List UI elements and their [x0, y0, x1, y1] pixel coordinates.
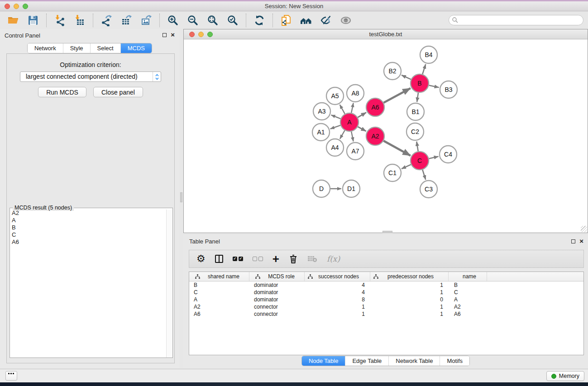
- birds-eye-view-icon[interactable]: [339, 14, 353, 27]
- graph-node-A5[interactable]: A5: [326, 87, 344, 105]
- table-row[interactable]: A2connector11A2: [189, 303, 583, 310]
- graph-node-A2[interactable]: A2: [366, 127, 384, 145]
- control-tab-mcds[interactable]: MCDS: [120, 43, 152, 53]
- table-settings-icon[interactable]: ⚙: [196, 253, 206, 265]
- criterion-dropdown[interactable]: largest connected component (directed): [20, 71, 161, 82]
- float-table-panel-icon[interactable]: [571, 239, 575, 243]
- hide-graphics-details-icon[interactable]: [319, 14, 333, 27]
- horizontal-splitter-handle[interactable]: [382, 231, 392, 233]
- control-tab-style[interactable]: Style: [63, 43, 90, 53]
- graph-node-C3[interactable]: C3: [420, 181, 437, 198]
- mcds-result-item[interactable]: A: [10, 217, 166, 224]
- export-table-icon[interactable]: [120, 14, 133, 27]
- graph-edge-A-A4[interactable]: [340, 130, 345, 139]
- graph-node-A7[interactable]: A7: [347, 143, 364, 160]
- graph-edge-A-A5[interactable]: [340, 105, 345, 114]
- vertical-splitter-handle[interactable]: [180, 192, 182, 202]
- graph-node-C2[interactable]: C2: [406, 123, 424, 140]
- graph-edge-A2-C[interactable]: [383, 141, 410, 156]
- control-tab-network[interactable]: Network: [28, 43, 63, 53]
- table-tab-motifs[interactable]: Motifs: [440, 356, 469, 366]
- graph-edge-A-A7[interactable]: [351, 132, 353, 142]
- graph-node-A3[interactable]: A3: [313, 103, 330, 120]
- zoom-window-button[interactable]: [23, 4, 28, 9]
- graph-node-B[interactable]: B: [411, 74, 429, 92]
- delete-table-icon[interactable]: [307, 253, 317, 265]
- toggle-panel-layout-icon[interactable]: [215, 253, 223, 265]
- column-header-name[interactable]: name: [449, 272, 487, 281]
- function-builder-icon[interactable]: f(x): [327, 253, 340, 265]
- network-graph[interactable]: B4B2BB3B1A5A8A6A3AA1A2C2A4A7C4CC1C3DD1: [184, 39, 588, 233]
- network-canvas[interactable]: B4B2BB3B1A5A8A6A3AA1A2C2A4A7C4CC1C3DD1: [184, 39, 588, 233]
- mcds-result-item[interactable]: A6: [10, 238, 166, 246]
- table-tab-network-table[interactable]: Network Table: [388, 356, 440, 366]
- graph-node-B3[interactable]: B3: [440, 81, 457, 98]
- new-network-from-file-icon[interactable]: [279, 14, 293, 27]
- home-icon[interactable]: [299, 14, 313, 27]
- column-header-shared-name[interactable]: shared name: [189, 272, 249, 281]
- graph-node-B1[interactable]: B1: [407, 103, 424, 120]
- graph-node-A1[interactable]: A1: [312, 124, 330, 141]
- close-window-button[interactable]: [5, 4, 10, 9]
- zoom-out-icon[interactable]: [186, 14, 200, 27]
- memory-button[interactable]: Memory: [546, 371, 584, 381]
- graph-node-A4[interactable]: A4: [326, 139, 344, 156]
- create-column-icon[interactable]: +: [272, 253, 279, 265]
- minimize-window-button[interactable]: [14, 4, 19, 9]
- save-session-icon[interactable]: [26, 14, 40, 27]
- open-session-icon[interactable]: [6, 14, 20, 27]
- graph-edge-A-A1[interactable]: [330, 125, 340, 129]
- zoom-in-icon[interactable]: [166, 14, 180, 27]
- graph-edge-C-C2[interactable]: [416, 142, 418, 152]
- graph-node-A8[interactable]: A8: [347, 85, 364, 102]
- import-network-icon[interactable]: [53, 14, 67, 27]
- graph-edge-A-A3[interactable]: [331, 115, 340, 119]
- graph-node-C1[interactable]: C1: [384, 164, 401, 181]
- search-input[interactable]: [449, 15, 583, 25]
- mcds-result-item[interactable]: C: [10, 231, 166, 238]
- import-table-icon[interactable]: [73, 14, 86, 27]
- minimize-network-window-button[interactable]: [198, 32, 204, 37]
- window-resize-grip[interactable]: [581, 226, 587, 232]
- graph-edge-B-B4[interactable]: [422, 64, 425, 74]
- graph-edge-A-A2[interactable]: [358, 127, 366, 131]
- graph-edge-C-C3[interactable]: [422, 170, 425, 180]
- graph-edge-A6-B[interactable]: [383, 88, 410, 103]
- column-header-MCDS-role[interactable]: MCDS role: [249, 272, 305, 281]
- column-header-successor-nodes[interactable]: successor nodes: [305, 272, 370, 281]
- refresh-icon[interactable]: [253, 14, 266, 27]
- deselect-all-icon[interactable]: [253, 253, 263, 265]
- mcds-result-item[interactable]: A2: [10, 210, 166, 217]
- close-panel-icon[interactable]: ×: [171, 33, 175, 37]
- graph-node-C[interactable]: C: [411, 152, 429, 170]
- close-network-window-button[interactable]: [189, 32, 195, 37]
- run-mcds-button[interactable]: Run MCDS: [38, 87, 86, 97]
- graph-edge-A-A8[interactable]: [351, 103, 353, 113]
- table-tab-edge-table[interactable]: Edge Table: [345, 356, 388, 366]
- select-all-icon[interactable]: ✓✓: [233, 253, 243, 265]
- graph-edge-A-A6[interactable]: [358, 113, 366, 118]
- zoom-network-window-button[interactable]: [207, 32, 213, 37]
- export-image-icon[interactable]: [139, 14, 153, 27]
- mcds-result-item[interactable]: B: [10, 224, 166, 231]
- graph-node-A[interactable]: A: [340, 113, 359, 131]
- graph-edge-B-B2[interactable]: [402, 75, 411, 79]
- delete-columns-icon[interactable]: [289, 253, 298, 265]
- result-list-scrollbar[interactable]: [166, 210, 172, 357]
- table-tab-node-table[interactable]: Node Table: [302, 356, 345, 366]
- graph-edge-B-B1[interactable]: [417, 93, 418, 102]
- export-network-icon[interactable]: [100, 14, 113, 27]
- graph-node-B4[interactable]: B4: [420, 46, 437, 63]
- graph-node-D1[interactable]: D1: [343, 180, 360, 197]
- graph-node-B2[interactable]: B2: [384, 62, 401, 80]
- table-row[interactable]: Adominator80A: [189, 296, 583, 303]
- graph-node-A6[interactable]: A6: [366, 98, 384, 116]
- graph-edge-C-C1[interactable]: [402, 165, 411, 169]
- graph-node-D[interactable]: D: [313, 180, 330, 197]
- graph-edge-C-C4[interactable]: [429, 157, 438, 159]
- table-row[interactable]: A6connector11A6: [189, 310, 583, 318]
- close-table-panel-icon[interactable]: ×: [579, 239, 583, 243]
- zoom-selected-icon[interactable]: [226, 14, 239, 27]
- column-header-predecessor-nodes[interactable]: predecessor nodes: [370, 272, 449, 281]
- table-row[interactable]: Bdominator41B: [189, 281, 583, 289]
